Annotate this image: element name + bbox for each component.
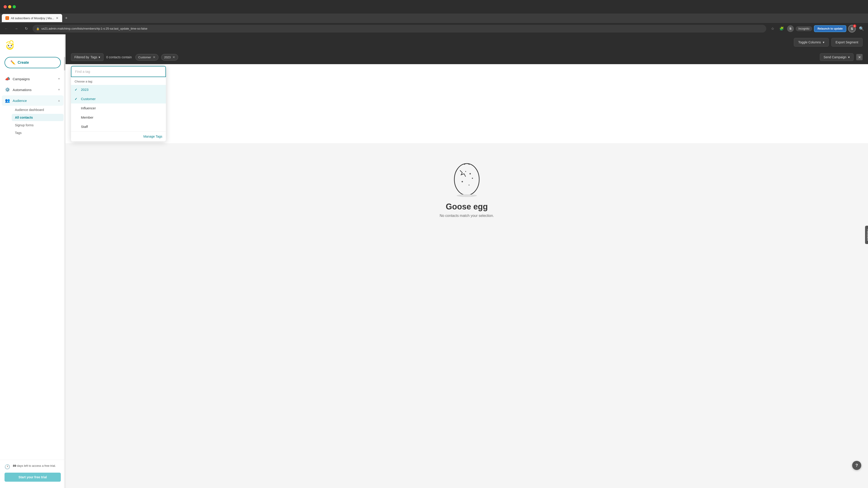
clock-icon: 🕐 [4,464,10,469]
empty-state-title: Goose egg [446,202,488,212]
tag-list-item-member[interactable]: Member [71,113,166,122]
back-button[interactable]: ← [3,25,10,32]
bookmark-button[interactable]: ☆ [769,25,776,32]
tag-search-input[interactable] [71,66,166,77]
sidebar-item-signup-forms[interactable]: Signup forms [12,122,64,129]
svg-point-6 [469,173,471,174]
filter-tag-2023-remove[interactable]: ✕ [173,56,175,59]
url-text: us21.admin.mailchimp.com/lists/members/#… [41,27,147,30]
lock-icon: 🔒 [36,27,39,30]
content-header: Toggle Columns ▾ Export Segment [66,34,868,50]
svg-point-8 [462,181,463,182]
filter-chevron-icon: ▾ [98,55,100,59]
relaunch-button[interactable]: Relaunch to update [814,25,846,32]
send-campaign-close-button[interactable]: ✕ [856,54,863,60]
pencil-icon: ✏️ [10,60,16,65]
trial-text: 89 days left to access a free trial. [13,464,56,468]
tag-list-item-influencer[interactable]: Influencer [71,103,166,113]
tag-dropdown: Choose a tag: ✓ 2023 ✓ Customer Influenc… [71,66,166,141]
sidebar-item-all-contacts[interactable]: All contacts [12,114,64,121]
address-bar-row: ← → ↻ 🔒 us21.admin.mailchimp.com/lists/m… [0,23,868,34]
tag-check-icon-customer: ✓ [74,97,78,101]
send-campaign-label: Send Campaign [824,55,846,59]
campaigns-label: Campaigns [13,77,55,81]
campaigns-chevron-icon: ▼ [58,77,60,80]
svg-point-7 [472,178,473,179]
filtered-by-label: Filtered by [74,55,89,59]
minimize-window-btn[interactable] [8,5,11,8]
automations-label: Automations [13,88,55,92]
export-segment-button[interactable]: Export Segment [831,38,863,46]
send-campaign-button[interactable]: Send Campaign ▾ [820,53,854,61]
filter-tag-2023-label: 2023 [164,56,170,59]
tag-list-item-2023[interactable]: ✓ 2023 [71,85,166,94]
filter-by-button[interactable]: Filtered by Tags ▾ [71,53,103,61]
automations-icon: ⚙️ [5,87,10,92]
avatar-notification-badge: 1 [853,24,856,28]
sidebar-item-audience-dashboard[interactable]: Audience dashboard [12,106,64,113]
tag-label-member: Member [81,116,93,119]
audience-sub-items: Audience dashboard All contacts Signup f… [2,106,64,136]
trial-days-label: days left to access a free trial. [17,464,56,467]
help-button[interactable]: ? [852,461,861,470]
sidebar-item-tags[interactable]: Tags [12,129,64,136]
automations-chevron-icon: ▼ [58,88,60,91]
extensions-button[interactable]: 🧩 [778,25,785,32]
sidebar-navigation: 📣 Campaigns ▼ ⚙️ Automations ▼ 👥 Audienc… [0,74,65,460]
nav-item-automations[interactable]: ⚙️ Automations ▼ [2,85,64,95]
toggle-columns-button[interactable]: Toggle Columns ▾ [794,38,829,46]
tag-label-influencer: Influencer [81,106,96,110]
nav-item-audience[interactable]: 👥 Audience ▲ [2,95,64,106]
tag-list-item-customer[interactable]: ✓ Customer [71,94,166,103]
tag-label-customer: Customer [81,97,96,101]
tag-list-item-staff[interactable]: Staff [71,122,166,131]
nav-item-campaigns[interactable]: 📣 Campaigns ▼ [2,74,64,84]
empty-state-subtitle: No contacts match your selection. [440,214,494,218]
window-controls [4,5,16,8]
forward-button[interactable]: → [13,25,20,32]
address-bar[interactable]: 🔒 us21.admin.mailchimp.com/lists/members… [33,25,766,33]
choose-tag-label: Choose a tag: [71,77,166,85]
filter-tag-customer: Customer ✕ [135,54,158,61]
browser-window-controls [0,0,868,13]
new-tab-button[interactable]: + [63,15,69,21]
feedback-tab[interactable]: Feedback [865,226,868,244]
incognito-button[interactable]: Incognito [796,26,812,31]
svg-point-2 [8,45,9,46]
trial-info: 🕐 89 days left to access a free trial. [4,464,61,469]
tab-close-btn[interactable]: ✕ [56,16,59,20]
svg-point-4 [11,43,14,45]
close-window-btn[interactable] [4,5,7,8]
audience-dashboard-label: Audience dashboard [15,108,44,111]
svg-point-10 [465,171,466,172]
tab-title: All subscribers of Moodjoy | Ma... [11,17,54,20]
mailchimp-logo-icon [4,40,16,51]
svg-point-11 [457,194,477,197]
create-button[interactable]: ✏️ Create [4,57,61,68]
main-content: Toggle Columns ▾ Export Segment Filtered… [66,34,868,488]
refresh-button[interactable]: ↻ [23,25,30,32]
svg-point-5 [454,164,479,195]
manage-tags-link[interactable]: Manage Tags [71,131,166,141]
campaigns-icon: 📣 [5,76,10,81]
tab-favicon: 🐒 [5,16,9,20]
create-label: Create [18,61,29,65]
tag-label-2023: 2023 [81,88,88,92]
filter-tag-customer-remove[interactable]: ✕ [153,56,156,59]
sidebar-logo [0,34,65,55]
help-icon: ? [856,463,858,468]
signup-forms-label: Signup forms [15,123,33,127]
sidebar-scrollbar [64,34,65,488]
profile-icon: S [787,25,794,32]
free-trial-button[interactable]: Start your free trial [4,473,61,482]
avatar-initial: S [851,27,853,31]
tags-label: Tags [15,131,22,135]
browser-search-button[interactable]: 🔍 [858,25,865,33]
svg-point-9 [469,185,469,186]
user-avatar[interactable]: S 1 [848,25,856,33]
active-browser-tab[interactable]: 🐒 All subscribers of Moodjoy | Ma... ✕ [2,14,62,22]
maximize-window-btn[interactable] [13,5,16,8]
browser-actions: ☆ 🧩 S Incognito Relaunch to update S 1 🔍 [769,25,865,33]
filter-tag-2023: 2023 ✕ [161,54,178,61]
svg-point-3 [11,45,12,46]
